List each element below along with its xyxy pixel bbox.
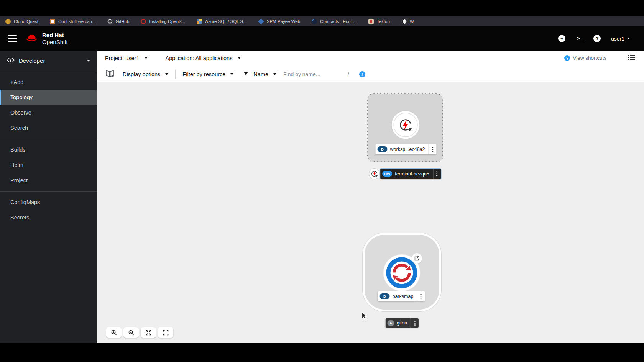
view-shortcuts-label: View shortcuts <box>573 55 606 61</box>
view-shortcuts-link[interactable]: ? View shortcuts <box>564 55 606 61</box>
sidebar-item-builds[interactable]: Builds <box>0 142 97 157</box>
user-menu[interactable]: user1 <box>611 36 630 42</box>
name-filter-label: Name <box>253 71 268 77</box>
screen: Cloud Quest Cool stuff we can... GitHub … <box>0 0 644 362</box>
filter-by-resource-dropdown[interactable]: Filter by resource <box>182 71 233 77</box>
node-label-text: parksmap <box>393 294 414 299</box>
sidebar-item-topology[interactable]: Topology <box>0 90 97 105</box>
find-by-name-input[interactable] <box>283 71 337 77</box>
hamburger-menu-icon[interactable] <box>8 35 17 42</box>
add-to-project-icon[interactable] <box>105 69 115 79</box>
application-dropdown[interactable]: Application: All applications <box>165 55 241 61</box>
caret-down-icon <box>145 57 148 59</box>
bookmark-label: Contracts - Eco -... <box>320 19 357 24</box>
masthead-actions: + >_ ? user1 <box>558 35 644 43</box>
terminal-node[interactable] <box>369 168 380 179</box>
brand-logo[interactable]: Red Hat OpenShift <box>25 32 68 45</box>
bookmark-label: Cool stuff we can... <box>58 19 96 24</box>
gitea-node-label[interactable]: A gitea <box>386 318 419 328</box>
bookmark-github[interactable]: GitHub <box>107 19 130 24</box>
sidebar-item-secrets[interactable]: Secrets <box>0 210 97 225</box>
bookmark-cloud-quest[interactable]: Cloud Quest <box>5 19 38 24</box>
caret-down-icon <box>273 73 276 75</box>
chevron-down-icon <box>87 60 90 62</box>
help-button[interactable]: ? <box>593 35 601 43</box>
bookmark-contracts[interactable]: Contracts - Eco -... <box>312 19 357 24</box>
kebab-menu-icon[interactable] <box>433 169 441 179</box>
list-view-toggle-icon[interactable] <box>628 54 635 62</box>
code-icon <box>7 57 15 64</box>
sidebar: Developer +Add Topology Observe Search B… <box>0 51 97 343</box>
deployment-badge: D <box>380 293 390 299</box>
bookmark-label: Azure SQL / SQL S... <box>205 19 246 24</box>
bookmark-spm-payee[interactable]: SPM Payee Web <box>258 19 300 24</box>
name-filter-dropdown[interactable]: Name <box>243 71 276 77</box>
nav-label: Topology <box>10 94 33 100</box>
divider <box>175 70 176 79</box>
browser-bookmarks-bar: Cloud Quest Cool stuff we can... GitHub … <box>0 16 644 26</box>
zoom-out-button[interactable] <box>123 327 139 338</box>
fit-to-screen-button[interactable] <box>141 327 156 338</box>
zoom-out-icon <box>128 330 134 336</box>
mouse-cursor <box>361 312 368 322</box>
bookmark-w[interactable]: W <box>401 19 414 24</box>
perspective-switcher[interactable]: Developer <box>0 51 97 71</box>
brand-line2: OpenShift <box>42 39 68 45</box>
info-icon[interactable]: i <box>359 71 365 77</box>
terminal-node-label[interactable]: DW terminal-hezqn5 <box>380 169 441 179</box>
masthead: Red Hat OpenShift + >_ ? user1 <box>0 26 644 51</box>
zoom-in-button[interactable] <box>106 327 122 338</box>
sidebar-item-configmaps[interactable]: ConfigMaps <box>0 195 97 210</box>
nav-group-2: Builds Helm Project <box>0 139 97 191</box>
devworkspace-badge: DW <box>382 171 392 177</box>
external-link-icon <box>414 256 419 261</box>
spm-favicon-icon <box>258 18 264 25</box>
bookmark-installing-openshift[interactable]: Installing OpenS... <box>141 19 185 24</box>
bookmark-tekton[interactable]: Tekton <box>368 19 390 24</box>
nav-label: Secrets <box>10 215 29 221</box>
node-label-text: worksp...ec48a2 <box>390 147 425 152</box>
nav-label: Search <box>10 125 28 131</box>
application-badge: A <box>388 320 394 326</box>
kebab-menu-icon[interactable] <box>411 318 419 328</box>
sidebar-item-add[interactable]: +Add <box>0 74 97 90</box>
workspace-node-label[interactable]: D worksp...ec48a2 <box>375 144 436 154</box>
brand-text: Red Hat OpenShift <box>42 32 68 45</box>
parksmap-node-label[interactable]: D parksmap <box>378 291 425 301</box>
display-options-dropdown[interactable]: Display options <box>123 71 168 77</box>
workspace-node[interactable] <box>390 110 421 140</box>
kebab-menu-icon[interactable] <box>417 291 425 301</box>
web-terminal-button[interactable]: >_ <box>576 35 583 43</box>
sidebar-item-helm[interactable]: Helm <box>0 157 97 173</box>
brand-line1: Red Hat <box>42 32 68 38</box>
devworkspace-mini-icon <box>371 170 378 177</box>
quick-create-button[interactable]: + <box>558 35 566 43</box>
kebab-menu-icon[interactable] <box>429 144 437 154</box>
fullscreen-button[interactable] <box>158 327 173 338</box>
user-name: user1 <box>611 36 624 42</box>
caret-down-icon <box>230 73 233 75</box>
sidebar-item-search[interactable]: Search <box>0 120 97 136</box>
question-circle-icon: ? <box>564 55 570 61</box>
azure-favicon-icon <box>197 19 202 24</box>
topology-canvas[interactable]: D worksp...ec48a2 DW terminal-hezqn5 <box>97 82 644 343</box>
bookmark-azure-sql[interactable]: Azure SQL / SQL S... <box>197 19 246 24</box>
caret-down-icon <box>238 57 241 59</box>
bookmark-label: GitHub <box>116 19 130 24</box>
context-bar: Project: user1 Application: All applicat… <box>97 51 644 66</box>
nav-label: +Add <box>10 79 23 85</box>
open-url-button[interactable] <box>412 253 422 264</box>
deployment-badge: D <box>377 146 387 152</box>
contracts-favicon-icon <box>312 19 317 24</box>
project-dropdown[interactable]: Project: user1 <box>105 55 148 61</box>
bookmark-cool-stuff[interactable]: Cool stuff we can... <box>50 19 96 24</box>
sidebar-item-observe[interactable]: Observe <box>0 105 97 120</box>
filter-by-resource-label: Filter by resource <box>182 71 225 77</box>
display-options-label: Display options <box>123 71 160 77</box>
canvas-controls <box>106 327 173 338</box>
zoom-in-icon <box>111 330 117 336</box>
sidebar-item-project[interactable]: Project <box>0 173 97 188</box>
funnel-filter-icon <box>243 71 248 77</box>
caret-down-icon <box>165 73 168 75</box>
keyboard-shortcut-hint: / <box>348 71 349 77</box>
